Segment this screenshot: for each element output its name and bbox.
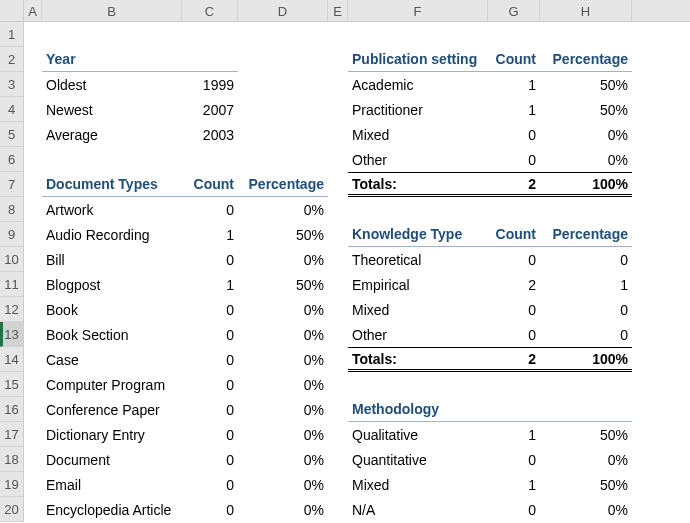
col-header-D[interactable]: D — [238, 0, 328, 22]
doctype-count[interactable]: 0 — [182, 297, 238, 322]
doctypes-header[interactable]: Document Types — [42, 172, 182, 197]
cell[interactable] — [24, 372, 42, 397]
doctype-pct[interactable]: 0% — [238, 447, 328, 472]
meth-row-count[interactable]: 0 — [488, 447, 540, 472]
cell[interactable] — [348, 197, 488, 222]
meth-row-count[interactable]: 0 — [488, 497, 540, 522]
know-row-count[interactable]: 0 — [488, 297, 540, 322]
col-header-C[interactable]: C — [182, 0, 238, 22]
know-totals-pct[interactable]: 100% — [540, 347, 632, 372]
count-header[interactable]: Count — [182, 172, 238, 197]
cell[interactable] — [328, 372, 348, 397]
doctype-count[interactable]: 0 — [182, 372, 238, 397]
doctype-pct[interactable]: 0% — [238, 422, 328, 447]
know-totals-count[interactable]: 2 — [488, 347, 540, 372]
cell[interactable] — [540, 397, 632, 422]
row-header-16[interactable]: 16 — [0, 397, 23, 422]
cell[interactable] — [24, 172, 42, 197]
cell[interactable] — [24, 297, 42, 322]
cell[interactable] — [24, 247, 42, 272]
cell[interactable] — [24, 472, 42, 497]
column-headers[interactable]: ABCDEFGH — [24, 0, 690, 22]
cell[interactable] — [488, 397, 540, 422]
meth-row-count[interactable]: 1 — [488, 422, 540, 447]
know-row-count[interactable]: 0 — [488, 322, 540, 347]
pub-row-label[interactable]: Academic — [348, 72, 488, 97]
cell[interactable] — [328, 72, 348, 97]
doctype-label[interactable]: Encyclopedia Article — [42, 497, 182, 522]
cell[interactable] — [328, 122, 348, 147]
cell[interactable] — [328, 222, 348, 247]
cell[interactable] — [328, 47, 348, 72]
col-header-E[interactable]: E — [328, 0, 348, 22]
pct-header[interactable]: Percentage — [238, 172, 328, 197]
row-header-9[interactable]: 9 — [0, 222, 23, 247]
year-newest-label[interactable]: Newest — [42, 97, 182, 122]
row-header-15[interactable]: 15 — [0, 372, 23, 397]
pct-header[interactable]: Percentage — [540, 222, 632, 247]
cell[interactable] — [540, 22, 632, 47]
cell[interactable] — [238, 47, 328, 72]
know-row-count[interactable]: 2 — [488, 272, 540, 297]
doctype-label[interactable]: Book — [42, 297, 182, 322]
know-row-label[interactable]: Empirical — [348, 272, 488, 297]
cell[interactable] — [328, 422, 348, 447]
doctype-label[interactable]: Dictionary Entry — [42, 422, 182, 447]
row-headers[interactable]: 1234567891011121314151617181920 — [0, 22, 24, 522]
knowtype-header[interactable]: Knowledge Type — [348, 222, 488, 247]
meth-row-label[interactable]: Qualitative — [348, 422, 488, 447]
count-header[interactable]: Count — [488, 222, 540, 247]
cell[interactable] — [24, 47, 42, 72]
col-header-A[interactable]: A — [24, 0, 42, 22]
doctype-label[interactable]: Conference Paper — [42, 397, 182, 422]
cell[interactable] — [182, 47, 238, 72]
doctype-label[interactable]: Computer Program — [42, 372, 182, 397]
doctype-count[interactable]: 0 — [182, 347, 238, 372]
cell[interactable] — [182, 147, 238, 172]
cell[interactable] — [24, 422, 42, 447]
pub-totals-label[interactable]: Totals: — [348, 172, 488, 197]
doctype-pct[interactable]: 0% — [238, 497, 328, 522]
know-row-label[interactable]: Mixed — [348, 297, 488, 322]
cell[interactable] — [24, 22, 42, 47]
know-row-pct[interactable]: 0 — [540, 322, 632, 347]
pub-totals-pct[interactable]: 100% — [540, 172, 632, 197]
cell[interactable] — [24, 447, 42, 472]
col-header-F[interactable]: F — [348, 0, 488, 22]
meth-row-label[interactable]: N/A — [348, 497, 488, 522]
row-header-8[interactable]: 8 — [0, 197, 23, 222]
doctype-pct[interactable]: 0% — [238, 247, 328, 272]
know-row-pct[interactable]: 0 — [540, 297, 632, 322]
spreadsheet[interactable]: 1234567891011121314151617181920 ABCDEFGH… — [0, 0, 690, 522]
doctype-pct[interactable]: 0% — [238, 347, 328, 372]
doctype-pct[interactable]: 0% — [238, 297, 328, 322]
know-totals-label[interactable]: Totals: — [348, 347, 488, 372]
cell[interactable] — [238, 122, 328, 147]
doctype-count[interactable]: 0 — [182, 497, 238, 522]
cell[interactable] — [24, 347, 42, 372]
cell[interactable] — [328, 97, 348, 122]
cell[interactable] — [328, 497, 348, 522]
year-newest-value[interactable]: 2007 — [182, 97, 238, 122]
select-all-corner[interactable] — [0, 0, 24, 22]
cell[interactable] — [24, 72, 42, 97]
doctype-count[interactable]: 0 — [182, 447, 238, 472]
meth-row-pct[interactable]: 0% — [540, 497, 632, 522]
row-header-19[interactable]: 19 — [0, 472, 23, 497]
cell[interactable] — [24, 397, 42, 422]
doctype-label[interactable]: Blogpost — [42, 272, 182, 297]
doctype-pct[interactable]: 0% — [238, 397, 328, 422]
cell[interactable] — [24, 272, 42, 297]
cell[interactable] — [328, 447, 348, 472]
doctype-pct[interactable]: 0% — [238, 472, 328, 497]
pub-row-count[interactable]: 1 — [488, 72, 540, 97]
row-header-3[interactable]: 3 — [0, 72, 23, 97]
col-header-G[interactable]: G — [488, 0, 540, 22]
year-oldest-value[interactable]: 1999 — [182, 72, 238, 97]
know-row-count[interactable]: 0 — [488, 247, 540, 272]
pub-row-label[interactable]: Other — [348, 147, 488, 172]
col-header-H[interactable]: H — [540, 0, 632, 22]
cell[interactable] — [328, 272, 348, 297]
doctype-label[interactable]: Email — [42, 472, 182, 497]
doctype-label[interactable]: Case — [42, 347, 182, 372]
